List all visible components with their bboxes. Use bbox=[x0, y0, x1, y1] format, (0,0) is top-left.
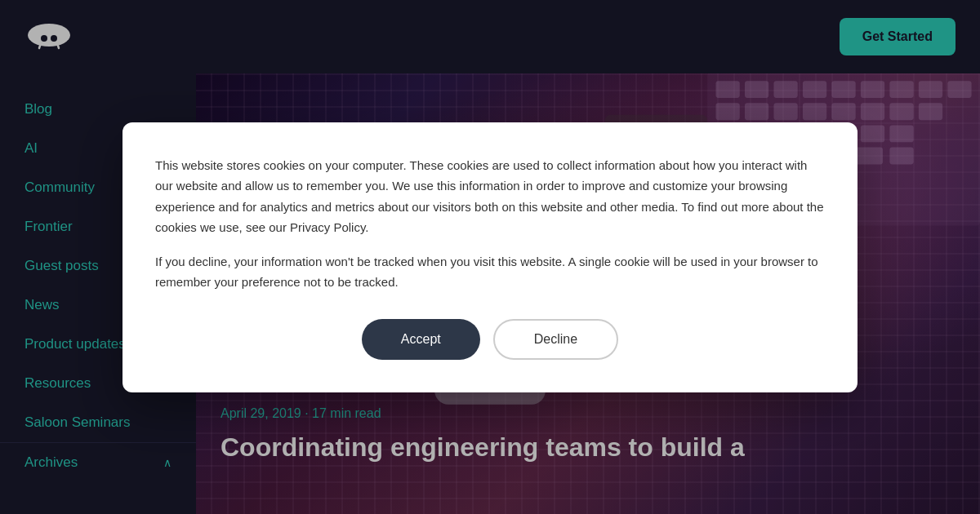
cookie-modal-overlay: This website stores cookies on your comp… bbox=[0, 0, 980, 514]
cookie-modal: This website stores cookies on your comp… bbox=[122, 122, 858, 392]
decline-button[interactable]: Decline bbox=[493, 319, 618, 360]
accept-button[interactable]: Accept bbox=[362, 319, 480, 360]
cookie-secondary-text: If you decline, your information won't b… bbox=[155, 251, 825, 293]
cookie-primary-text: This website stores cookies on your comp… bbox=[155, 155, 825, 238]
modal-buttons: Accept Decline bbox=[155, 319, 825, 360]
